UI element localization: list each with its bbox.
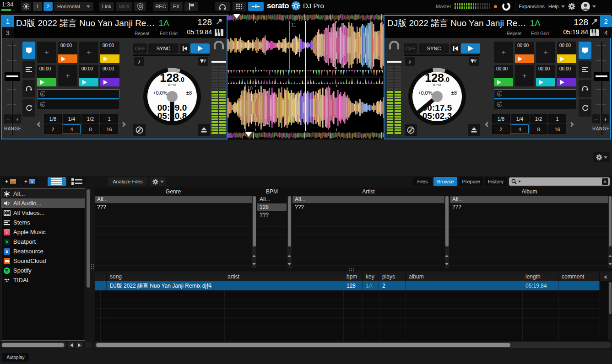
album-row[interactable]: ??? bbox=[450, 203, 608, 211]
deck-1-platter[interactable]: 128.0 BPM +0.0% ±8 00:09.0 05:10.8 bbox=[142, 67, 202, 126]
play-button[interactable] bbox=[190, 43, 210, 54]
beatjump-left-button[interactable] bbox=[36, 114, 43, 134]
sidebar-item-all[interactable]: All... bbox=[1, 189, 85, 198]
loop-slot[interactable] bbox=[37, 100, 119, 109]
hotcue-pad[interactable]: 00:00 bbox=[557, 65, 576, 86]
beatjump-cell[interactable]: 16 bbox=[548, 124, 566, 134]
hotcue-pad[interactable]: 00:00 bbox=[100, 65, 119, 86]
stems-mode-button[interactable] bbox=[22, 61, 35, 78]
beatjump-cell[interactable]: 2 bbox=[492, 124, 510, 134]
bpm-row-selected[interactable]: 128 bbox=[257, 203, 287, 211]
sidebar-item-all-videos[interactable]: All Videos... bbox=[1, 208, 85, 218]
sidebar-item-beatsource[interactable]: b Beatsource bbox=[1, 246, 85, 256]
deck-1-alt-layer[interactable]: 3 bbox=[2, 27, 14, 38]
piano-keys-icon[interactable] bbox=[214, 28, 224, 37]
album-row-selected[interactable]: All... bbox=[450, 196, 608, 203]
col-album[interactable]: album bbox=[406, 273, 522, 281]
rec-button[interactable]: REC bbox=[153, 2, 168, 11]
scroll-left-button[interactable] bbox=[68, 342, 75, 348]
beatjump-right-button[interactable] bbox=[120, 114, 126, 134]
analyze-files-button[interactable]: Analyze Files bbox=[108, 177, 147, 186]
beatjump-cell[interactable]: 1/8 bbox=[44, 114, 62, 123]
play-button[interactable] bbox=[461, 43, 480, 54]
loop-slot[interactable] bbox=[494, 100, 576, 109]
expansions-button[interactable]: Expansions bbox=[519, 4, 545, 9]
list-view-button[interactable] bbox=[48, 177, 66, 186]
sampler-button[interactable] bbox=[184, 2, 198, 11]
hotcue-pad[interactable]: 00:00 bbox=[494, 65, 513, 86]
beatjump-cell[interactable]: 1/4 bbox=[511, 114, 529, 123]
sync-button[interactable]: SYNC bbox=[148, 43, 179, 54]
settings-gear-icon[interactable] bbox=[568, 3, 575, 10]
add-crate-button[interactable]: + bbox=[2, 177, 19, 186]
genre-row[interactable]: ??? bbox=[95, 203, 252, 211]
layout-select[interactable]: Horizontal bbox=[54, 2, 93, 11]
sidebar-scrollbar[interactable] bbox=[86, 188, 91, 341]
analyze-settings-button[interactable] bbox=[150, 177, 166, 186]
beatjump-cell-selected[interactable]: 4 bbox=[511, 124, 529, 134]
channel-volume-fader[interactable] bbox=[387, 61, 401, 63]
streaming-quality-button[interactable] bbox=[134, 2, 146, 11]
help-menu[interactable]: Help bbox=[548, 4, 565, 9]
search-clear-button[interactable]: × bbox=[602, 178, 608, 185]
col-artist[interactable]: artist bbox=[224, 273, 343, 281]
eject-button[interactable] bbox=[468, 124, 480, 136]
sidebar-item-beatport[interactable]: b Beatport bbox=[1, 237, 85, 246]
search-input[interactable] bbox=[523, 177, 601, 185]
table-row-selected[interactable]: DJ版 2022 諾言 Nuo Yan Janji Remix dj抖 128 … bbox=[95, 281, 600, 290]
loop-slot[interactable] bbox=[37, 89, 119, 99]
beatjump-left-button[interactable] bbox=[484, 114, 491, 134]
artist-scrollbar[interactable] bbox=[445, 196, 449, 268]
hotcue-pad-empty[interactable]: + bbox=[536, 42, 555, 63]
cue-headphones-icon[interactable] bbox=[213, 41, 224, 50]
hotcue-pad[interactable]: 00:00 bbox=[536, 65, 555, 86]
hotcue-pad[interactable]: 00:00 bbox=[557, 42, 576, 63]
account-menu[interactable] bbox=[580, 1, 596, 11]
autoloop-mode-button[interactable] bbox=[22, 99, 35, 117]
col-comment[interactable]: comment bbox=[558, 273, 600, 281]
loop-recorder-icon[interactable] bbox=[502, 2, 511, 11]
beatjump-cell[interactable]: 1/8 bbox=[492, 114, 510, 123]
brightness-button[interactable] bbox=[21, 2, 31, 11]
panel-resize-handle[interactable] bbox=[349, 268, 355, 272]
cue-headphones-icon[interactable] bbox=[389, 41, 400, 50]
autoloop-mode-button[interactable] bbox=[579, 99, 591, 117]
deck-2-alt-layer[interactable]: 4 bbox=[600, 27, 612, 38]
link-button[interactable]: Link bbox=[99, 2, 114, 11]
practice-mode-button[interactable] bbox=[215, 2, 230, 11]
beatjump-cell[interactable]: 2 bbox=[44, 124, 62, 134]
artist-row-selected[interactable]: All... bbox=[292, 196, 444, 203]
mic-icon[interactable] bbox=[589, 17, 599, 27]
genre-row-selected[interactable]: All... bbox=[95, 196, 252, 203]
beatjump-right-button[interactable] bbox=[568, 114, 574, 134]
tab-files[interactable]: Files bbox=[413, 177, 432, 186]
keylock-button[interactable] bbox=[133, 124, 146, 136]
repeat-toggle[interactable]: Repeat bbox=[507, 31, 521, 36]
hotcue-pad[interactable]: 00:00 bbox=[515, 42, 534, 63]
scrollbar-thumb[interactable] bbox=[2, 343, 64, 347]
bpm-row[interactable]: ??? bbox=[257, 211, 287, 219]
hotcue-pad-empty[interactable]: + bbox=[79, 42, 98, 63]
saved-loops-mode-button[interactable] bbox=[22, 80, 35, 97]
eject-button[interactable] bbox=[198, 124, 210, 136]
beatjump-cell[interactable]: 1 bbox=[100, 114, 118, 123]
scrollbar-thumb[interactable] bbox=[87, 189, 90, 288]
beatjump-cell[interactable]: 1 bbox=[548, 114, 566, 123]
hotcue-pad[interactable]: 00:00 bbox=[37, 65, 56, 86]
col-song[interactable]: song bbox=[107, 273, 224, 281]
deck-2-platter[interactable]: 128.0 BPM +0.0% ±8 00:17.5 05:02.3 bbox=[407, 67, 467, 126]
table-scrollbar[interactable] bbox=[608, 282, 612, 340]
edit-grid-toggle[interactable]: Edit Grid bbox=[160, 31, 178, 36]
mic-icon[interactable] bbox=[214, 17, 224, 27]
saved-loops-mode-button[interactable] bbox=[579, 80, 591, 97]
search-filter-chevron[interactable] bbox=[518, 181, 521, 182]
loop-slot[interactable] bbox=[494, 89, 576, 99]
previous-track-button[interactable] bbox=[450, 43, 460, 54]
piano-keys-icon[interactable] bbox=[589, 28, 599, 37]
beatjump-cell[interactable]: 8 bbox=[530, 124, 547, 134]
bpm-row[interactable]: All... bbox=[257, 196, 287, 203]
table-hscrollbar[interactable] bbox=[95, 342, 611, 348]
tab-prepare[interactable]: Prepare bbox=[459, 177, 483, 186]
deck-1-overview-strip[interactable] bbox=[227, 14, 384, 21]
hotcue-mode-button[interactable] bbox=[22, 42, 35, 59]
